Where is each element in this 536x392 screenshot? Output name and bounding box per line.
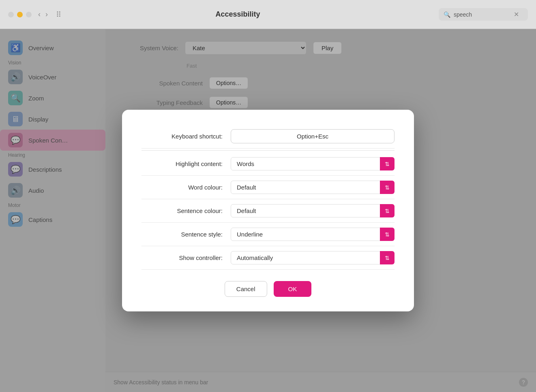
show-controller-select-wrapper: Automatically Always Never ⇅ bbox=[231, 251, 394, 264]
sentence-colour-label: Sentence colour: bbox=[142, 207, 223, 214]
page-title: Accessibility bbox=[37, 10, 439, 19]
title-bar: ‹ › ⠿ Accessibility 🔍 ✕ bbox=[0, 0, 536, 29]
sentence-colour-select-wrapper: Default Red Green Blue Yellow ⇅ bbox=[231, 204, 394, 217]
sentence-style-select-wrapper: Underline Bold Italic Box ⇅ bbox=[231, 228, 394, 241]
sentence-style-label: Sentence style: bbox=[142, 231, 223, 238]
close-button[interactable] bbox=[8, 12, 14, 17]
modal-dialog: Keyboard shortcut: Option+Esc Highlight … bbox=[122, 110, 414, 311]
window-controls bbox=[8, 12, 32, 17]
word-colour-label: Word colour: bbox=[142, 184, 223, 191]
ok-button[interactable]: OK bbox=[274, 281, 312, 297]
highlight-content-select-wrapper: Words Sentences Words and Sentences None… bbox=[231, 157, 394, 170]
highlight-content-row: Highlight content: Words Sentences Words… bbox=[142, 152, 394, 176]
keyboard-shortcut-row: Keyboard shortcut: Option+Esc bbox=[142, 124, 394, 149]
sentence-colour-row: Sentence colour: Default Red Green Blue … bbox=[142, 199, 394, 223]
word-colour-select[interactable]: Default Red Green Blue Yellow bbox=[231, 181, 394, 194]
keyboard-shortcut-value: Option+Esc bbox=[231, 129, 394, 143]
sentence-colour-select[interactable]: Default Red Green Blue Yellow bbox=[231, 204, 394, 217]
show-controller-row: Show controller: Automatically Always Ne… bbox=[142, 246, 394, 270]
word-colour-row: Word colour: Default Red Green Blue Yell… bbox=[142, 176, 394, 199]
minimize-button[interactable] bbox=[17, 12, 23, 17]
keyboard-shortcut-label: Keyboard shortcut: bbox=[142, 133, 223, 140]
cancel-button[interactable]: Cancel bbox=[225, 281, 267, 297]
main-layout: ♿ Overview Vision 🔊 VoiceOver 🔍 Zoom 🖥 D… bbox=[0, 29, 536, 392]
search-bar: 🔍 ✕ bbox=[439, 8, 528, 21]
modal-buttons: Cancel OK bbox=[142, 281, 394, 297]
highlight-content-label: Highlight content: bbox=[142, 160, 223, 167]
sentence-style-row: Sentence style: Underline Bold Italic Bo… bbox=[142, 223, 394, 246]
modal-divider-1 bbox=[142, 150, 394, 151]
sentence-style-select[interactable]: Underline Bold Italic Box bbox=[231, 228, 394, 241]
show-controller-label: Show controller: bbox=[142, 254, 223, 261]
search-input[interactable] bbox=[454, 11, 510, 18]
search-icon: 🔍 bbox=[444, 11, 450, 18]
maximize-button[interactable] bbox=[26, 12, 32, 17]
clear-search-button[interactable]: ✕ bbox=[514, 11, 519, 18]
modal-overlay: Keyboard shortcut: Option+Esc Highlight … bbox=[0, 29, 536, 392]
word-colour-select-wrapper: Default Red Green Blue Yellow ⇅ bbox=[231, 181, 394, 194]
show-controller-select[interactable]: Automatically Always Never bbox=[231, 251, 394, 264]
highlight-content-select[interactable]: Words Sentences Words and Sentences None bbox=[231, 157, 394, 170]
